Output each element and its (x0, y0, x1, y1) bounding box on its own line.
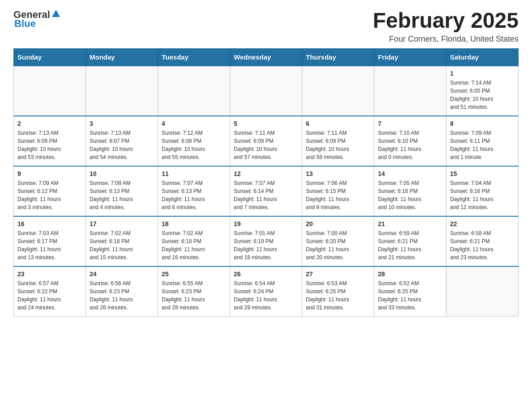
day-number: 16 (17, 220, 82, 227)
calendar-cell (158, 66, 230, 116)
day-number: 27 (306, 270, 370, 278)
calendar-cell: 16Sunrise: 7:03 AM Sunset: 6:17 PM Dayli… (14, 216, 86, 266)
day-info: Sunrise: 6:54 AM Sunset: 6:24 PM Dayligh… (234, 279, 298, 312)
calendar-cell: 2Sunrise: 7:13 AM Sunset: 6:06 PM Daylig… (14, 116, 86, 166)
calendar-cell (302, 66, 374, 116)
month-title: February 2025 (373, 9, 519, 33)
day-number: 12 (234, 170, 298, 177)
svg-marker-0 (52, 10, 60, 17)
weekday-header-wednesday: Wednesday (230, 48, 302, 66)
calendar-week-4: 16Sunrise: 7:03 AM Sunset: 6:17 PM Dayli… (14, 216, 519, 266)
day-number: 8 (450, 120, 515, 127)
calendar-cell: 24Sunrise: 6:56 AM Sunset: 6:23 PM Dayli… (86, 266, 158, 317)
calendar-cell: 12Sunrise: 7:07 AM Sunset: 6:14 PM Dayli… (230, 166, 302, 216)
title-block: February 2025 Four Corners, Florida, Uni… (373, 9, 519, 44)
day-info: Sunrise: 7:13 AM Sunset: 6:06 PM Dayligh… (17, 129, 82, 161)
logo-triangle-icon (51, 9, 61, 19)
calendar-cell (446, 266, 519, 317)
calendar-week-1: 1Sunrise: 7:14 AM Sunset: 6:05 PM Daylig… (14, 66, 519, 116)
calendar-cell: 15Sunrise: 7:04 AM Sunset: 6:16 PM Dayli… (446, 166, 519, 216)
logo-blue: Blue (14, 18, 36, 30)
day-number: 7 (378, 120, 442, 127)
day-number: 19 (234, 220, 298, 227)
calendar-cell: 21Sunrise: 6:59 AM Sunset: 6:21 PM Dayli… (374, 216, 446, 266)
day-info: Sunrise: 6:56 AM Sunset: 6:23 PM Dayligh… (90, 279, 154, 312)
calendar-cell: 14Sunrise: 7:05 AM Sunset: 6:16 PM Dayli… (374, 166, 446, 216)
day-info: Sunrise: 7:08 AM Sunset: 6:13 PM Dayligh… (90, 179, 154, 211)
calendar-cell (374, 66, 446, 116)
day-info: Sunrise: 7:01 AM Sunset: 6:19 PM Dayligh… (234, 229, 298, 261)
day-info: Sunrise: 6:59 AM Sunset: 6:21 PM Dayligh… (378, 229, 442, 261)
day-info: Sunrise: 7:09 AM Sunset: 6:11 PM Dayligh… (450, 129, 515, 161)
day-info: Sunrise: 7:09 AM Sunset: 6:12 PM Dayligh… (17, 179, 82, 211)
weekday-header-friday: Friday (374, 48, 446, 66)
calendar-cell (86, 66, 158, 116)
weekday-header-saturday: Saturday (446, 48, 519, 66)
day-number: 9 (17, 170, 82, 177)
calendar-cell (14, 66, 86, 116)
day-info: Sunrise: 6:55 AM Sunset: 6:23 PM Dayligh… (162, 279, 226, 312)
calendar-cell: 10Sunrise: 7:08 AM Sunset: 6:13 PM Dayli… (86, 166, 158, 216)
day-info: Sunrise: 7:03 AM Sunset: 6:17 PM Dayligh… (17, 229, 82, 261)
day-number: 20 (306, 220, 370, 227)
day-info: Sunrise: 7:12 AM Sunset: 6:08 PM Dayligh… (162, 129, 226, 161)
day-number: 1 (450, 70, 515, 77)
day-number: 22 (450, 220, 515, 227)
calendar-cell: 3Sunrise: 7:13 AM Sunset: 6:07 PM Daylig… (86, 116, 158, 166)
day-info: Sunrise: 6:52 AM Sunset: 6:25 PM Dayligh… (378, 279, 442, 312)
day-number: 10 (90, 170, 154, 177)
day-info: Sunrise: 7:06 AM Sunset: 6:15 PM Dayligh… (306, 179, 370, 211)
day-info: Sunrise: 7:07 AM Sunset: 6:14 PM Dayligh… (234, 179, 298, 211)
day-info: Sunrise: 7:02 AM Sunset: 6:18 PM Dayligh… (162, 229, 226, 261)
day-info: Sunrise: 7:05 AM Sunset: 6:16 PM Dayligh… (378, 179, 442, 211)
day-info: Sunrise: 6:58 AM Sunset: 6:21 PM Dayligh… (450, 229, 515, 261)
day-number: 4 (162, 120, 226, 127)
day-number: 6 (306, 120, 370, 127)
day-info: Sunrise: 7:04 AM Sunset: 6:16 PM Dayligh… (450, 179, 515, 211)
calendar-cell: 28Sunrise: 6:52 AM Sunset: 6:25 PM Dayli… (374, 266, 446, 317)
calendar-cell: 26Sunrise: 6:54 AM Sunset: 6:24 PM Dayli… (230, 266, 302, 317)
logo: General Blue (13, 9, 61, 30)
day-info: Sunrise: 7:02 AM Sunset: 6:18 PM Dayligh… (90, 229, 154, 261)
day-info: Sunrise: 7:11 AM Sunset: 6:09 PM Dayligh… (234, 129, 298, 161)
day-number: 28 (378, 270, 442, 278)
calendar-cell: 25Sunrise: 6:55 AM Sunset: 6:23 PM Dayli… (158, 266, 230, 317)
day-info: Sunrise: 7:13 AM Sunset: 6:07 PM Dayligh… (90, 129, 154, 161)
calendar-cell: 27Sunrise: 6:53 AM Sunset: 6:25 PM Dayli… (302, 266, 374, 317)
calendar-header: SundayMondayTuesdayWednesdayThursdayFrid… (14, 48, 519, 66)
calendar-cell: 11Sunrise: 7:07 AM Sunset: 6:13 PM Dayli… (158, 166, 230, 216)
day-info: Sunrise: 7:14 AM Sunset: 6:05 PM Dayligh… (450, 79, 515, 111)
day-number: 5 (234, 120, 298, 127)
calendar-week-2: 2Sunrise: 7:13 AM Sunset: 6:06 PM Daylig… (14, 116, 519, 166)
day-info: Sunrise: 6:53 AM Sunset: 6:25 PM Dayligh… (306, 279, 370, 312)
day-number: 14 (378, 170, 442, 177)
weekday-header-monday: Monday (86, 48, 158, 66)
day-number: 15 (450, 170, 515, 177)
day-info: Sunrise: 6:57 AM Sunset: 6:22 PM Dayligh… (17, 279, 82, 312)
calendar-cell: 1Sunrise: 7:14 AM Sunset: 6:05 PM Daylig… (446, 66, 519, 116)
day-number: 23 (17, 270, 82, 278)
calendar-cell: 7Sunrise: 7:10 AM Sunset: 6:10 PM Daylig… (374, 116, 446, 166)
calendar-week-3: 9Sunrise: 7:09 AM Sunset: 6:12 PM Daylig… (14, 166, 519, 216)
calendar-cell: 18Sunrise: 7:02 AM Sunset: 6:18 PM Dayli… (158, 216, 230, 266)
day-number: 26 (234, 270, 298, 278)
day-number: 21 (378, 220, 442, 227)
calendar-cell (230, 66, 302, 116)
day-info: Sunrise: 7:00 AM Sunset: 6:20 PM Dayligh… (306, 229, 370, 261)
calendar-cell: 6Sunrise: 7:11 AM Sunset: 6:09 PM Daylig… (302, 116, 374, 166)
day-number: 18 (162, 220, 226, 227)
calendar-cell: 23Sunrise: 6:57 AM Sunset: 6:22 PM Dayli… (14, 266, 86, 317)
day-number: 17 (90, 220, 154, 227)
weekday-header-thursday: Thursday (302, 48, 374, 66)
calendar-cell: 9Sunrise: 7:09 AM Sunset: 6:12 PM Daylig… (14, 166, 86, 216)
calendar-cell: 19Sunrise: 7:01 AM Sunset: 6:19 PM Dayli… (230, 216, 302, 266)
page-header: General Blue February 2025 Four Corners,… (13, 9, 519, 44)
calendar-week-5: 23Sunrise: 6:57 AM Sunset: 6:22 PM Dayli… (14, 266, 519, 317)
day-number: 24 (90, 270, 154, 278)
calendar-cell: 8Sunrise: 7:09 AM Sunset: 6:11 PM Daylig… (446, 116, 519, 166)
weekday-header-sunday: Sunday (14, 48, 86, 66)
day-number: 3 (90, 120, 154, 127)
location-subtitle: Four Corners, Florida, United States (373, 34, 519, 44)
calendar-cell: 22Sunrise: 6:58 AM Sunset: 6:21 PM Dayli… (446, 216, 519, 266)
calendar-cell: 5Sunrise: 7:11 AM Sunset: 6:09 PM Daylig… (230, 116, 302, 166)
